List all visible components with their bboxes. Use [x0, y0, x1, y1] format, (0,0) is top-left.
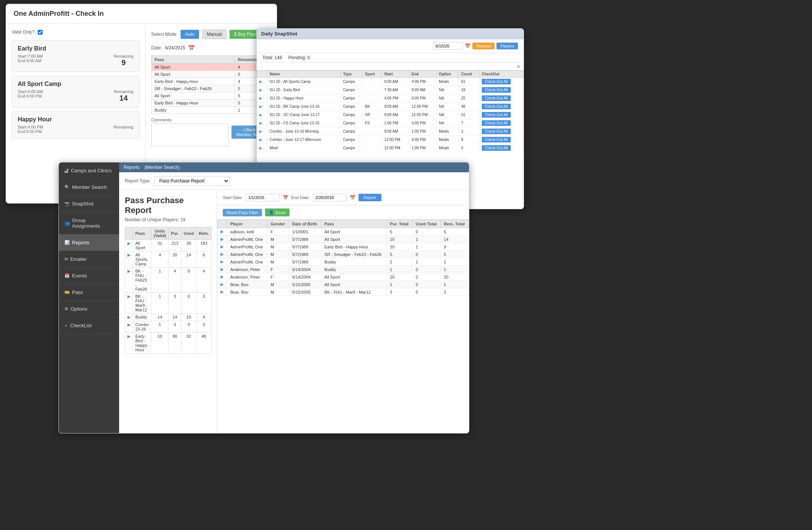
snap-checkout[interactable]: Check-Out All: [479, 127, 523, 136]
pass-sum-col-expand: [125, 227, 133, 240]
btn-manual[interactable]: Manual: [202, 29, 227, 39]
btn-excel[interactable]: 👤 Excel: [265, 208, 290, 216]
btn-report[interactable]: Report: [359, 194, 381, 201]
expand-arrow[interactable]: ▶: [257, 136, 267, 144]
end-date-input[interactable]: [313, 194, 347, 201]
pass-sum-col-units: Units(Valid): [151, 227, 169, 240]
expand-arrow[interactable]: ▶: [257, 111, 267, 119]
pass-name: All Sport: [152, 71, 235, 78]
report-type-select[interactable]: Pass Purchase Report: [154, 176, 230, 186]
report-title: Pass Purchase Report: [125, 196, 211, 215]
expand-arrow[interactable]: ▶: [257, 78, 267, 86]
snap-checkout[interactable]: Check-Out All: [479, 86, 523, 94]
btn-reset-pass[interactable]: Reset Pass Filter: [223, 209, 262, 216]
detail-expand[interactable]: ▶: [218, 228, 227, 236]
expand-arrow[interactable]: ▶: [257, 86, 267, 94]
snap-sport: [363, 94, 382, 103]
snap-checkout[interactable]: Check-Out All: [479, 119, 523, 127]
detail-expand[interactable]: ▶: [218, 243, 227, 251]
snap-end: 1:00 PM: [409, 144, 437, 152]
detail-expand[interactable]: ▶: [218, 281, 227, 288]
start-date-calendar-icon[interactable]: 📅: [283, 195, 288, 200]
sidebar-item-camps-and-clinics[interactable]: 🏕Camps and Clinics: [59, 162, 119, 179]
end-date-calendar-icon[interactable]: 📅: [350, 195, 355, 200]
calendar-icon-snapshot[interactable]: 📅: [465, 43, 470, 49]
sidebar-item-snapshot[interactable]: 📷SnapShot: [59, 196, 119, 212]
checkout-all-btn[interactable]: Check-Out All: [482, 79, 511, 84]
pass-sum-expand[interactable]: ▶: [125, 314, 133, 321]
snapshot-col-name: Name: [267, 71, 341, 78]
detail-expand[interactable]: ▶: [218, 236, 227, 243]
detail-pass: Buddy: [321, 266, 387, 273]
snap-checkout[interactable]: Check-Out All: [479, 136, 523, 144]
snap-checkout[interactable]: Check-Out All: [479, 103, 523, 111]
sidebar-item-group-assignments[interactable]: 👥Group Assignments: [59, 212, 119, 234]
sidebar-item-options[interactable]: ⚙Options: [59, 301, 119, 317]
pass-sum-expand[interactable]: ▶: [125, 240, 133, 251]
detail-pass: SR - Smudger - Feb23 - Feb26: [321, 251, 387, 258]
detail-expand[interactable]: ▶: [218, 288, 227, 296]
pass-sum-expand[interactable]: ▶: [125, 321, 133, 333]
checkout-all-btn[interactable]: Check-Out All: [482, 87, 511, 93]
checkout-all-btn[interactable]: Check-Out All: [482, 129, 511, 134]
sidebar-item-checklist[interactable]: ✓CheckList: [59, 317, 119, 334]
detail-pur: 3: [387, 288, 412, 296]
btn-auto[interactable]: Auto: [181, 30, 199, 39]
detail-col-pass: Pass: [321, 220, 387, 228]
filter-actions-row: Reset Pass Filter 👤 Excel: [217, 205, 469, 220]
detail-pass: Buddy: [321, 258, 387, 266]
start-date-input[interactable]: [246, 194, 280, 201]
detail-gender: M: [267, 243, 289, 251]
expand-arrow[interactable]: ▶: [257, 119, 267, 127]
valid-only-checkbox[interactable]: [38, 30, 43, 35]
btn-session[interactable]: Session: [472, 43, 495, 49]
snap-checkout[interactable]: Check-Out All: [479, 94, 523, 103]
pass-sum-expand[interactable]: ▶: [125, 333, 133, 354]
checkout-all-btn[interactable]: Check-Out All: [482, 95, 511, 101]
pass-sum-expand[interactable]: ▶: [125, 293, 133, 314]
detail-expand[interactable]: ▶: [218, 273, 227, 281]
sidebar-item-events[interactable]: 📅Events: [59, 268, 119, 284]
snap-checkout[interactable]: Check-Out All: [479, 78, 523, 86]
detail-dob: 5/7/1989: [289, 251, 322, 258]
sidebar-item-reports[interactable]: 📊Reports: [59, 234, 119, 251]
pass-row: All Sport4: [152, 64, 271, 71]
valid-only-row: Valid Only?:: [12, 29, 139, 35]
comments-textarea[interactable]: [151, 124, 228, 146]
btn-players[interactable]: Players: [496, 43, 518, 49]
pass-sum-pur: 4: [169, 268, 181, 293]
snapshot-date-input[interactable]: [433, 42, 463, 50]
detail-expand[interactable]: ▶: [218, 251, 227, 258]
sidebar-item-emailer[interactable]: ✉Emailer: [59, 251, 119, 268]
pass-sum-expand[interactable]: ▶: [125, 251, 133, 268]
expand-arrow[interactable]: ▶: [257, 127, 267, 136]
detail-col-date-of-birth: Date of Birth: [289, 220, 322, 228]
calendar-icon[interactable]: 📅: [188, 45, 195, 51]
checkout-all-btn[interactable]: Check-Out All: [482, 120, 511, 126]
expand-arrow[interactable]: ▶: [257, 103, 267, 111]
checkout-all-btn[interactable]: Check-Out All: [482, 137, 511, 142]
checkout-all-btn[interactable]: Check-Out All: [482, 145, 511, 151]
detail-gender: M: [267, 251, 289, 258]
sidebar-item-member-search[interactable]: 🔍Member Search: [59, 179, 119, 196]
expand-arrow[interactable]: ▶: [257, 94, 267, 103]
sidebar-icon: 🔍: [64, 185, 70, 190]
snap-start: 12:00 PM: [382, 136, 409, 144]
right-report: Start Date: 📅 End Date: 📅 Report Reset P…: [217, 190, 469, 433]
session-end-2: End:6:00 PM: [18, 129, 43, 134]
detail-expand[interactable]: ▶: [218, 258, 227, 266]
detail-dob: 5/15/2005: [289, 288, 322, 296]
snapshot-header: 📅 Session Players: [257, 39, 524, 53]
expand-arrow[interactable]: ▶: [257, 144, 267, 152]
snapshot-col-expand: [257, 71, 267, 78]
detail-expand[interactable]: ▶: [218, 266, 227, 273]
pass-sum-name: BK - FHU - Feb23 - Feb26: [133, 268, 151, 293]
pass-sum-expand[interactable]: ▶: [125, 268, 133, 293]
snap-checkout[interactable]: Check-Out All: [479, 144, 523, 152]
checkout-all-btn[interactable]: Check-Out All: [482, 112, 511, 118]
snap-checkout[interactable]: Check-Out All: [479, 111, 523, 119]
sidebar-item-pass[interactable]: 🎫Pass: [59, 284, 119, 301]
detail-used: 0: [412, 281, 441, 288]
detail-used: 1: [412, 243, 441, 251]
checkout-all-btn[interactable]: Check-Out All: [482, 104, 511, 109]
